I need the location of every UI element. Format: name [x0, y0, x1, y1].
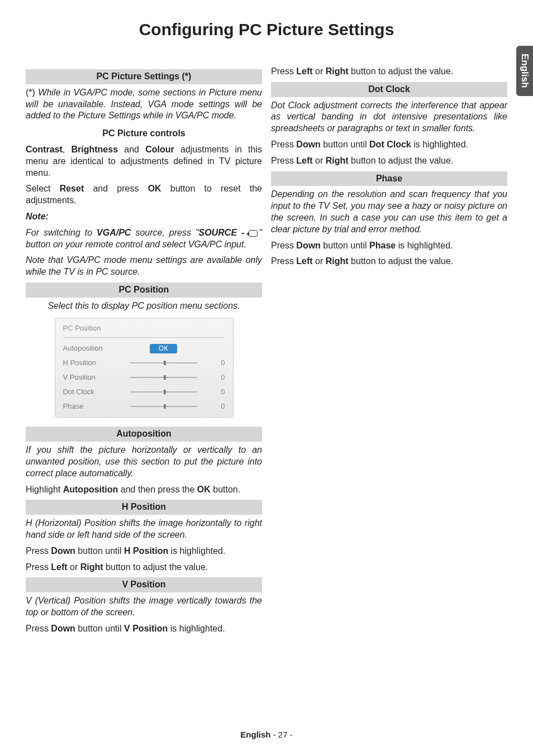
text: is highlighted.	[396, 241, 453, 250]
osd-slider-thumb	[164, 375, 166, 380]
text-bold: Right	[326, 256, 349, 266]
paragraph: H (Horizontal) Position shifts the image…	[26, 518, 262, 541]
osd-mid	[119, 362, 208, 363]
text: button.	[211, 485, 240, 494]
paragraph: Press Down button until Dot Clock is hig…	[271, 139, 507, 151]
text: button to adjust the value.	[349, 156, 454, 165]
text-bold: Brightness	[71, 145, 118, 154]
text: For switching to	[26, 228, 97, 237]
text: Press	[271, 241, 296, 250]
osd-value: 0	[208, 358, 225, 368]
osd-value: 0	[208, 402, 225, 412]
osd-slider-thumb	[164, 390, 166, 394]
text-bold: Colour	[145, 145, 174, 154]
osd-slider	[130, 377, 197, 378]
paragraph: Press Down button until H Position is hi…	[26, 546, 262, 557]
heading-phase: Phase	[271, 171, 507, 186]
page-footer: English - 27 -	[0, 730, 533, 739]
heading-h-position: H Position	[26, 500, 262, 515]
text-bold: Down	[296, 241, 321, 250]
caption: Select this to display PC position menu …	[26, 300, 262, 312]
text: ,	[63, 145, 72, 154]
text: and	[118, 145, 145, 154]
paragraph: If you shift the picture horizontally or…	[26, 444, 262, 479]
text: or	[313, 156, 326, 165]
heading-dot-clock: Dot Clock	[271, 82, 507, 97]
text: button until	[321, 140, 369, 149]
paragraph: (*) While in VGA/PC mode, some sections …	[26, 87, 262, 122]
text: Press	[26, 546, 51, 556]
text: button until	[321, 241, 369, 250]
text: Press	[271, 140, 296, 149]
osd-slider	[130, 391, 197, 393]
text-bold: V Position	[124, 624, 168, 633]
osd-row-phase: Phase 0	[63, 399, 225, 414]
footer-language: English	[240, 730, 270, 739]
text-bold: Left	[296, 156, 312, 165]
text-bold: Phase	[369, 241, 396, 250]
text-bold: Down	[51, 546, 75, 556]
text: is highlighted.	[168, 546, 225, 556]
text-bold: H Position	[124, 546, 168, 556]
text-bold: Left	[296, 256, 312, 266]
text: button to adjust the value.	[103, 562, 208, 572]
text: (*)	[26, 88, 38, 97]
heading-pc-picture-settings: PC Picture Settings (*)	[26, 69, 262, 84]
osd-slider	[130, 406, 197, 407]
note-label: Note:	[26, 211, 262, 223]
osd-row-autoposition: Autoposition OK	[63, 341, 225, 356]
paragraph: Select Reset and press OK button to rese…	[26, 183, 262, 207]
footer-page-number: 27	[278, 730, 288, 739]
paragraph: Contrast, Brightness and Colour adjustme…	[26, 144, 262, 179]
osd-mid	[119, 406, 208, 407]
heading-pc-position: PC Position	[26, 283, 262, 298]
text: button to adjust the value.	[349, 256, 454, 266]
text: Select	[26, 184, 60, 193]
text: button until	[75, 546, 124, 556]
text: Press	[271, 66, 296, 76]
text-bold: Right	[80, 562, 103, 572]
text: Highlight	[26, 485, 63, 494]
text-bold: Autoposition	[63, 485, 118, 494]
text-bold: Dot Clock	[369, 140, 411, 149]
osd-row-vposition: V Position 0	[63, 370, 225, 385]
osd-divider	[63, 337, 225, 338]
text: source, press "	[131, 228, 198, 237]
paragraph: Press Down button until Phase is highlig…	[271, 240, 507, 252]
left-column: PC Picture Settings (*) (*) While in VGA…	[26, 66, 262, 639]
osd-label: H Position	[63, 358, 119, 368]
text-bold: Reset	[60, 184, 84, 193]
text-bold: Down	[51, 624, 75, 633]
text-italic: While in VGA/PC mode, some sections in P…	[26, 88, 262, 121]
osd-slider-thumb	[164, 404, 166, 409]
paragraph: Press Left or Right button to adjust the…	[271, 256, 507, 267]
language-tab: English	[516, 46, 533, 96]
osd-title: PC Position	[63, 324, 225, 333]
text: is highlighted.	[411, 140, 468, 149]
osd-mid	[119, 377, 208, 378]
paragraph: Dot Clock adjustment corrects the interf…	[271, 100, 507, 135]
source-icon	[249, 230, 258, 237]
text-bold: OK	[148, 184, 161, 193]
content-area: PC Picture Settings (*) (*) While in VGA…	[0, 47, 533, 639]
paragraph: Press Left or Right button to adjust the…	[271, 66, 507, 78]
osd-label: Phase	[63, 402, 119, 412]
osd-slider-thumb	[164, 361, 166, 365]
paragraph: Press Left or Right button to adjust the…	[26, 562, 262, 573]
footer-sep: -	[270, 730, 278, 739]
text-bold: Left	[296, 66, 312, 76]
osd-value: 0	[208, 387, 225, 397]
text: or	[68, 562, 80, 572]
paragraph: V (Vertical) Position shifts the image v…	[26, 595, 262, 619]
text: or	[313, 66, 326, 76]
heading-pc-picture-controls: PC Picture controls	[26, 126, 262, 141]
osd-mid	[119, 391, 208, 393]
text-bold: Right	[326, 156, 349, 165]
osd-menu: PC Position Autoposition OK H Position 0…	[55, 318, 234, 418]
text: Press	[26, 562, 51, 572]
osd-label: V Position	[63, 373, 119, 382]
osd-value: 0	[208, 373, 225, 382]
osd-label: Dot Clock	[63, 387, 119, 397]
osd-label: Autoposition	[63, 344, 119, 353]
paragraph: Highlight Autoposition and then press th…	[26, 484, 262, 496]
